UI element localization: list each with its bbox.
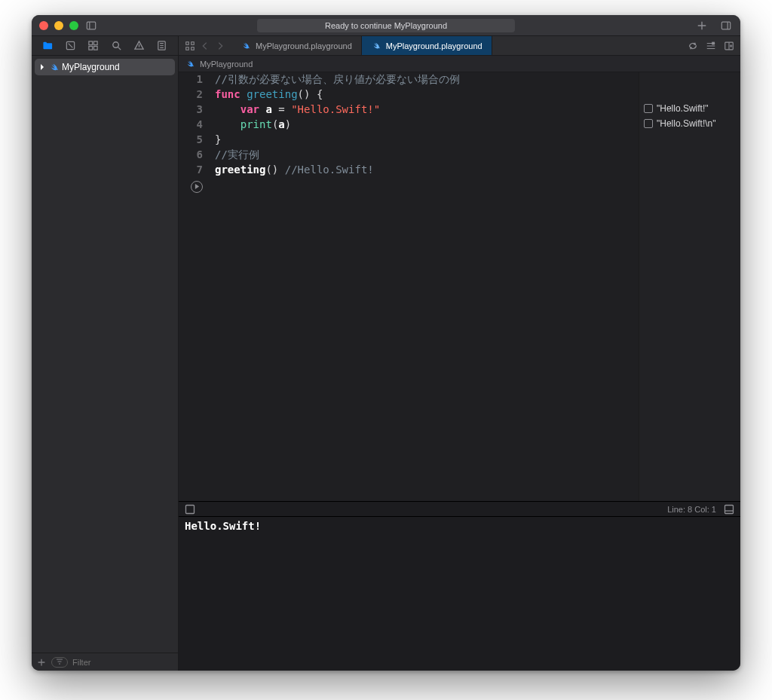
tab-label: MyPlayground.playground (256, 41, 352, 50)
svg-rect-4 (721, 22, 730, 29)
jump-bar-item: MyPlayground (200, 60, 253, 69)
line-number: 3 (179, 102, 212, 118)
result-value: "Hello.Swift!" (657, 103, 709, 114)
svg-rect-35 (712, 42, 715, 44)
activity-status: Ready to continue MyPlayground (257, 19, 515, 32)
project-navigator-icon[interactable] (42, 40, 54, 51)
result-row[interactable]: "Hello.Swift!\n" (639, 116, 740, 131)
current-line (212, 178, 639, 193)
editor-options-icon[interactable] (706, 41, 716, 51)
toggle-console-icon[interactable] (724, 504, 734, 515)
project-name: MyPlayground (62, 62, 120, 72)
report-navigator-icon[interactable] (156, 40, 167, 51)
line-number: 1 (179, 72, 212, 87)
window-controls (39, 21, 78, 30)
navigator-footer (32, 653, 178, 671)
related-items-icon[interactable] (185, 41, 195, 51)
svg-line-13 (118, 47, 121, 50)
zoom-window-button[interactable] (69, 21, 78, 30)
add-target-icon[interactable] (36, 657, 47, 668)
swift-icon (185, 59, 195, 69)
filter-scope-icon[interactable] (51, 657, 68, 668)
line-number: 6 (179, 148, 212, 163)
debug-bar: Line: 8 Col: 1 (179, 502, 740, 517)
code-comment: //引数が必要ない場合、戻り値が必要ない場合の例 (215, 73, 460, 85)
toggle-live-icon[interactable] (688, 41, 698, 51)
editor-tab-1[interactable]: MyPlayground.playground (231, 36, 362, 55)
svg-rect-29 (191, 41, 195, 44)
swift-icon (240, 41, 251, 51)
minimize-window-button[interactable] (54, 21, 63, 30)
line-number: 7 (179, 163, 212, 178)
quicklook-icon[interactable] (644, 104, 653, 113)
editor-split: 1 //引数が必要ない場合、戻り値が必要ない場合の例 2 func greeti… (179, 72, 740, 501)
line-number: 5 (179, 133, 212, 148)
editor-area: MyPlayground.playground MyPlayground.pla… (179, 36, 740, 671)
svg-rect-0 (87, 22, 95, 29)
results-sidebar: "Hello.Swift!" "Hello.Swift!\n" (639, 72, 740, 501)
tab-label: MyPlayground.playground (386, 41, 482, 50)
symbol-navigator-icon[interactable] (87, 40, 99, 51)
svg-point-12 (112, 42, 118, 48)
svg-rect-40 (186, 505, 195, 513)
back-icon[interactable] (200, 41, 210, 51)
add-icon[interactable] (695, 19, 709, 32)
titlebar: Ready to continue MyPlayground (32, 15, 740, 36)
console[interactable]: Hello.Swift! (179, 517, 740, 671)
navigator-filter-input[interactable] (72, 658, 176, 667)
toggle-variables-icon[interactable] (185, 504, 195, 515)
svg-line-7 (69, 44, 73, 48)
add-editor-icon[interactable] (724, 41, 734, 51)
svg-rect-8 (89, 41, 93, 45)
forward-icon[interactable] (215, 41, 225, 51)
code-editor[interactable]: 1 //引数が必要ない場合、戻り値が必要ない場合の例 2 func greeti… (179, 72, 639, 501)
chevron-right-icon (39, 64, 45, 70)
line-number (179, 178, 212, 193)
svg-rect-28 (186, 41, 189, 44)
console-output: Hello.Swift! (185, 520, 261, 532)
project-row[interactable]: MyPlayground (35, 59, 175, 75)
quicklook-icon[interactable] (644, 119, 653, 128)
editor-tab-2[interactable]: MyPlayground.playground (362, 36, 492, 55)
source-control-navigator-icon[interactable] (65, 40, 76, 51)
svg-rect-31 (191, 47, 195, 50)
line-number: 4 (179, 118, 212, 133)
jump-bar[interactable]: MyPlayground (179, 56, 740, 72)
navigator-tabs (32, 36, 178, 56)
result-row[interactable]: "Hello.Swift!" (639, 101, 740, 116)
svg-rect-30 (186, 47, 189, 50)
svg-rect-11 (94, 46, 98, 50)
issue-navigator-icon[interactable] (133, 40, 145, 51)
run-line-icon[interactable] (191, 181, 203, 193)
navigator: MyPlayground (32, 36, 179, 671)
body: MyPlayground (32, 36, 740, 671)
library-icon[interactable] (719, 19, 733, 32)
svg-rect-41 (725, 505, 734, 513)
xcode-window: Ready to continue MyPlayground (32, 15, 740, 671)
tab-bar: MyPlayground.playground MyPlayground.pla… (179, 36, 740, 56)
debug-area: Line: 8 Col: 1 Hello.Swift! (179, 501, 740, 671)
navigator-tree: MyPlayground (32, 56, 178, 653)
toggle-navigator-icon[interactable] (84, 19, 98, 32)
svg-rect-10 (89, 46, 93, 50)
titlebar-right (695, 19, 733, 32)
cursor-position: Line: 8 Col: 1 (667, 505, 716, 514)
close-window-button[interactable] (39, 21, 48, 30)
svg-rect-9 (94, 41, 98, 45)
result-value: "Hello.Swift!\n" (657, 118, 716, 129)
find-navigator-icon[interactable] (111, 40, 122, 51)
swift-icon (48, 62, 59, 72)
swift-icon (371, 41, 381, 51)
line-number: 2 (179, 87, 212, 102)
